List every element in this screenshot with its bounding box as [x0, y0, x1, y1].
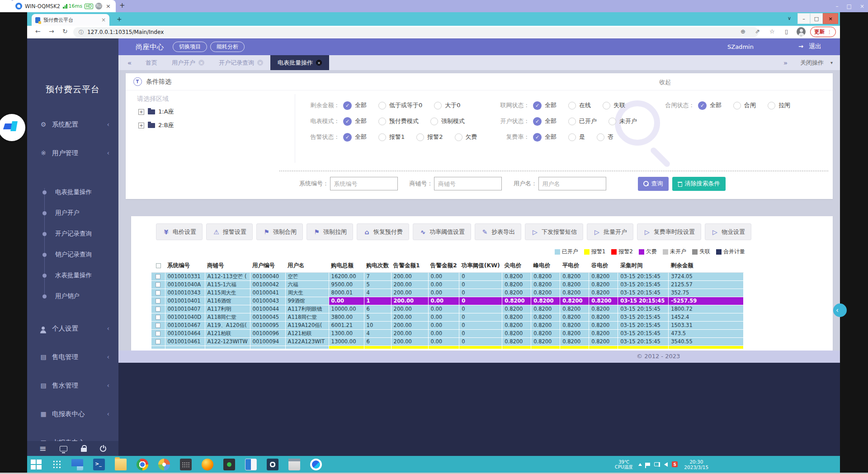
- zoom-icon[interactable]: ⊕: [741, 28, 745, 35]
- radio-icon[interactable]: [434, 102, 442, 109]
- todesk-icon[interactable]: [310, 459, 322, 470]
- window-icon[interactable]: [288, 459, 300, 470]
- reload-icon[interactable]: ↻: [62, 28, 68, 35]
- radio-checked-icon[interactable]: ✓: [533, 133, 542, 142]
- browser-ball-icon[interactable]: [158, 459, 170, 470]
- radio-option-报警1[interactable]: 报警1: [378, 133, 405, 141]
- sidebar-item-开户记录查询[interactable]: 开户记录查询: [27, 223, 118, 244]
- bookmark-star-icon[interactable]: ☆: [769, 28, 775, 35]
- radio-checked-icon[interactable]: ✓: [343, 133, 352, 142]
- power-icon[interactable]: [100, 446, 106, 452]
- action-button-下发报警短信[interactable]: ▷下发报警短信: [525, 223, 583, 240]
- close-tab-icon[interactable]: ×: [316, 60, 322, 66]
- column-header-商铺号[interactable]: 商铺号: [205, 260, 250, 272]
- row-checkbox[interactable]: [156, 331, 160, 336]
- row-checkbox[interactable]: [156, 290, 160, 295]
- column-header-尖电价[interactable]: 尖电价: [502, 260, 531, 272]
- monitor-icon[interactable]: [60, 446, 67, 451]
- row-checkbox[interactable]: [156, 274, 160, 279]
- action-button-抄表导出[interactable]: ✎抄表导出: [475, 223, 521, 240]
- table-row[interactable]: 0010010343A115周大生00100041周大生8000.014200.…: [151, 289, 744, 297]
- close-operations-button[interactable]: 关闭操作: [800, 59, 824, 67]
- radio-checked-icon[interactable]: ✓: [343, 101, 352, 110]
- sidebar-item-电表批量操作[interactable]: 电表批量操作: [27, 182, 118, 203]
- column-header-系统编号[interactable]: 系统编号: [165, 260, 205, 272]
- firefox-icon[interactable]: [202, 459, 213, 470]
- tab-首页[interactable]: 首页: [138, 55, 165, 70]
- radio-option-大于0[interactable]: 大于0: [434, 101, 460, 109]
- action-button-批量开户[interactable]: ▷批量开户: [587, 223, 633, 240]
- sidebar-item-售电管理[interactable]: ▤售电管理‹: [27, 350, 118, 364]
- sidebar-item-用户管理[interactable]: ※用户管理‹: [27, 146, 118, 160]
- radio-icon[interactable]: [455, 133, 462, 141]
- radio-option-全部[interactable]: ✓全部: [533, 133, 557, 142]
- sidebar-item-系统配置[interactable]: ⚙系统配置‹: [27, 118, 118, 131]
- radio-option-全部[interactable]: ✓全部: [698, 101, 722, 110]
- radio-icon[interactable]: [430, 118, 438, 125]
- table-row[interactable]: 0010010331A112-113空芒 (00100040空芒16200.00…: [151, 272, 744, 280]
- search-input-系统编号[interactable]: [330, 177, 398, 190]
- share-icon[interactable]: ⇗: [755, 28, 760, 35]
- chrome-icon[interactable]: [137, 459, 148, 470]
- folder-icon[interactable]: [115, 459, 127, 470]
- close-icon[interactable]: ×: [823, 13, 838, 24]
- radio-icon[interactable]: [568, 102, 576, 109]
- query-button[interactable]: 查询: [638, 177, 669, 191]
- input-s-icon[interactable]: S: [672, 461, 678, 467]
- row-checkbox[interactable]: [156, 282, 160, 287]
- column-header-采集时间[interactable]: 采集时间: [618, 260, 669, 272]
- select-all-checkbox[interactable]: [156, 263, 161, 268]
- logout-icon[interactable]: →: [798, 43, 803, 50]
- radio-option-未开户[interactable]: 未开户: [609, 117, 637, 125]
- radio-checked-icon[interactable]: ✓: [343, 117, 352, 126]
- site-info-icon[interactable]: ⓘ: [79, 29, 84, 36]
- radio-icon[interactable]: [609, 118, 616, 125]
- radio-option-否[interactable]: 否: [597, 133, 613, 141]
- logout-button[interactable]: 退出: [809, 43, 821, 51]
- column-header-谷电价[interactable]: 谷电价: [589, 260, 618, 272]
- close-tab-icon[interactable]: ×: [198, 60, 204, 66]
- switch-project-button[interactable]: 切换项目: [173, 42, 207, 52]
- search-input-商铺号[interactable]: [434, 177, 502, 190]
- keyboard-dark-icon[interactable]: [180, 459, 192, 470]
- radio-icon[interactable]: [568, 133, 576, 141]
- sidebar-item-销户记录查询[interactable]: 销户记录查询: [27, 244, 118, 265]
- maximize-icon[interactable]: □: [847, 3, 852, 9]
- radio-option-合闸[interactable]: 合闸: [733, 101, 756, 109]
- table-row[interactable]: 0010010467A119、A120佰(00100095A119A120佰(6…: [151, 321, 744, 329]
- lock-icon[interactable]: [81, 448, 87, 452]
- radio-icon[interactable]: [603, 102, 610, 109]
- action-button-电价设置[interactable]: ¥电价设置: [156, 223, 203, 240]
- close-icon[interactable]: ×: [860, 3, 864, 9]
- radio-checked-icon[interactable]: ✓: [533, 117, 542, 126]
- gear-dark-icon[interactable]: [267, 459, 278, 470]
- radio-icon[interactable]: [597, 133, 604, 141]
- radio-icon[interactable]: [378, 133, 386, 141]
- radio-option-在线[interactable]: 在线: [568, 101, 591, 109]
- action-button-报警设置[interactable]: ⚠报警设置: [206, 223, 253, 240]
- sidebar-item-个人设置[interactable]: 个人设置‹: [27, 322, 118, 335]
- sidebar-item-售水管理[interactable]: ▤售水管理‹: [27, 379, 118, 392]
- column-header-告警金额2[interactable]: 告警金额2: [428, 260, 459, 272]
- column-header-用户名[interactable]: 用户名: [285, 260, 329, 272]
- close-session-icon[interactable]: ×: [106, 3, 111, 9]
- table-row[interactable]: 001001040DA118同仁堂00100045A118同仁堂3800.005…: [151, 313, 744, 321]
- tab-电表批量操作[interactable]: 电表批量操作×: [270, 55, 329, 70]
- caret-down-icon[interactable]: ▾: [830, 60, 833, 65]
- dark-green-icon[interactable]: [223, 459, 235, 470]
- action-button-复费率时段设置[interactable]: ▷复费率时段设置: [637, 223, 701, 240]
- table-row[interactable]: [151, 346, 744, 349]
- radio-option-全部[interactable]: ✓全部: [343, 117, 367, 126]
- table-row[interactable]: 0010010407A117利明00100044A117利明眼镜10000.00…: [151, 305, 744, 313]
- column-header-用户编号[interactable]: 用户编号: [250, 260, 285, 272]
- table-row[interactable]: 001001040AA115-1六福00100042六福9500.005200.…: [151, 280, 744, 289]
- row-checkbox[interactable]: [156, 307, 160, 312]
- scroll-tabs-right-icon[interactable]: »: [783, 59, 788, 66]
- update-browser-button[interactable]: 更新 ⋮: [810, 27, 836, 37]
- radio-option-全部[interactable]: ✓全部: [533, 117, 557, 126]
- radio-option-失联[interactable]: 失联: [603, 101, 625, 109]
- column-header-峰电价[interactable]: 峰电价: [531, 260, 560, 272]
- taskbar-clock[interactable]: 20:30 2023/3/15: [684, 459, 708, 470]
- flag-icon[interactable]: [646, 463, 650, 466]
- search-input-用户名[interactable]: [538, 177, 606, 190]
